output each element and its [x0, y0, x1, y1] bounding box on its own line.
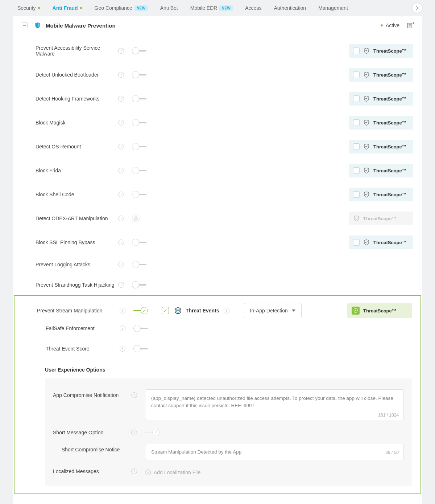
toggle-switch[interactable] [132, 167, 146, 175]
tab-anti-bot[interactable]: Anti Bot [160, 5, 178, 11]
setting-label: Threat Event Score [37, 346, 120, 352]
toggle-switch[interactable] [133, 307, 148, 315]
status-dot-icon [381, 24, 383, 26]
toggle-switch[interactable] [132, 261, 146, 269]
status-dot-icon [38, 7, 40, 9]
toggle-switch[interactable] [145, 429, 160, 437]
setting-row: Block Magisk i ThreatScope™ [13, 111, 422, 135]
setting-row: Prevent Accessibility Service Malware i … [13, 39, 422, 63]
status-dot-icon [80, 7, 82, 9]
toggle-switch[interactable] [133, 324, 148, 332]
settings-panel: Mobile Malware Prevention Active + Preve… [13, 16, 422, 504]
expanded-head: Prevent Stream Manipulation i Threat Eve… [14, 303, 420, 318]
toggle-switch[interactable] [133, 345, 148, 353]
threatscope-checkbox[interactable] [353, 119, 360, 126]
shield-chart-icon [363, 71, 370, 78]
threatscope-chip: ThreatScope™ [349, 140, 413, 153]
uxo-label: Short Compromise Notice [53, 444, 131, 452]
panel-title: Mobile Malware Prevention [46, 22, 381, 29]
threatscope-checkbox[interactable] [353, 143, 360, 150]
new-badge: NEW [219, 5, 233, 11]
threatscope-chip-disabled: ThreatScope™ [349, 212, 413, 225]
info-icon[interactable]: i [118, 72, 124, 78]
setting-label: Prevent Accessibility Service Malware [36, 45, 118, 57]
info-icon[interactable]: i [120, 325, 125, 331]
setting-row: Block Frida i ThreatScope™ [13, 159, 422, 183]
info-icon[interactable]: i [118, 282, 124, 288]
collapse-button[interactable] [22, 22, 28, 28]
info-icon[interactable]: i [131, 392, 137, 398]
info-icon[interactable]: i [118, 48, 124, 54]
shield-chart-icon [363, 95, 370, 102]
setting-label: Prevent Logging Attacks [36, 262, 118, 267]
setting-label: Detect OS Remount [36, 144, 118, 149]
threatscope-checkbox[interactable] [353, 167, 360, 174]
threat-events-checkbox[interactable] [162, 307, 169, 314]
info-icon[interactable]: i [118, 168, 124, 173]
tab-access[interactable]: Access [245, 5, 261, 11]
toggle-switch[interactable] [132, 143, 146, 151]
uxo-title: User Experience Options [14, 359, 420, 375]
info-icon[interactable]: i [118, 216, 124, 221]
toggle-switch[interactable] [132, 238, 146, 246]
setting-row: Detect Unlocked Bootloader i ThreatScope… [13, 63, 422, 87]
char-counter: 161 / 1024 [378, 413, 399, 418]
tab-management[interactable]: Management [318, 5, 348, 11]
threatscope-checkbox[interactable] [353, 239, 360, 246]
shield-chart-icon [363, 119, 370, 126]
toggle-switch[interactable] [132, 119, 146, 127]
threatscope-checkbox[interactable] [353, 191, 360, 198]
toggle-switch[interactable] [132, 281, 146, 289]
threatscope-checkbox[interactable] [353, 71, 360, 78]
setting-label: Prevent Stream Manipulation [37, 308, 120, 314]
short-notice-input[interactable] [145, 444, 404, 460]
char-counter: 39 / 50 [385, 450, 399, 455]
tab-authentication[interactable]: Authentication [274, 5, 306, 11]
expanded-setting: Prevent Stream Manipulation i Threat Eve… [14, 295, 421, 494]
info-icon[interactable]: i [224, 308, 229, 314]
info-icon[interactable]: i [118, 239, 124, 245]
add-localization-button[interactable]: + Add Localization File [145, 467, 200, 475]
threatscope-checkbox[interactable] [353, 48, 360, 54]
notification-textarea[interactable] [145, 389, 404, 420]
tab-mobile-edr[interactable]: Mobile EDRNEW [190, 5, 233, 11]
info-icon[interactable]: i [131, 430, 137, 435]
log-settings-button[interactable]: + [407, 22, 413, 29]
new-badge: NEW [134, 5, 148, 11]
tab-anti-fraud[interactable]: Anti Fraud [53, 5, 82, 11]
threatscope-label: ThreatScope™ [373, 48, 407, 54]
info-icon[interactable]: i [118, 120, 124, 126]
info-icon[interactable]: i [120, 308, 125, 314]
setting-row: Threat Event Score i [14, 339, 420, 359]
threatscope-checkbox[interactable] [353, 95, 360, 102]
info-icon[interactable]: i [131, 468, 137, 474]
toggle-switch[interactable] [132, 71, 146, 79]
setting-label: Detect Unlocked Bootloader [36, 72, 118, 78]
tab-geo-compliance[interactable]: Geo ComplianceNEW [95, 5, 148, 11]
panel-header: Mobile Malware Prevention Active + [13, 16, 422, 35]
toggle-switch[interactable] [132, 47, 146, 55]
setting-row: Detect Hooking Frameworks i ThreatScope™ [13, 87, 422, 111]
setting-label: FailSafe Enforcement [37, 325, 120, 331]
info-icon[interactable]: i [118, 144, 124, 149]
info-icon[interactable]: i [120, 346, 125, 352]
setting-row: Block Shell Code i ThreatScope™ [13, 183, 422, 206]
tabs-scroll-right[interactable] [413, 3, 422, 13]
detection-mode-select[interactable]: In-App Detection [244, 303, 302, 318]
setting-row: Detect ODEX-ART Manipulation i ThreatSco… [13, 206, 422, 230]
info-icon[interactable]: i [118, 192, 124, 197]
threatscope-chip-active[interactable]: ThreatScope™ [347, 303, 412, 318]
threatscope-chip: ThreatScope™ [349, 68, 413, 82]
info-icon[interactable]: i [118, 96, 124, 102]
setting-label: Block Magisk [36, 120, 118, 126]
toggle-switch[interactable] [132, 190, 146, 198]
tab-security[interactable]: Security [17, 5, 40, 11]
threatscope-chip: ThreatScope™ [349, 235, 413, 249]
shield-chart-icon [363, 239, 370, 246]
shield-chart-icon [363, 143, 370, 150]
shield-chart-icon [353, 308, 358, 313]
info-icon[interactable]: i [118, 262, 124, 267]
toggle-switch[interactable] [132, 95, 146, 103]
setting-row: Prevent Logging Attacks i [13, 254, 422, 275]
threatscope-chip: ThreatScope™ [349, 116, 413, 130]
